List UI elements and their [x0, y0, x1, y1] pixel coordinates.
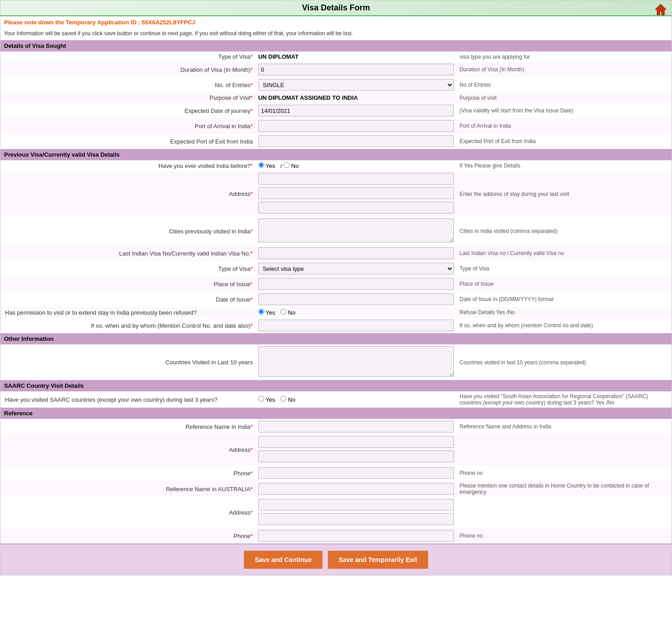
ref-aus-address-hint — [457, 497, 672, 528]
ref-india-phone-input-cell — [256, 465, 457, 481]
ref-india-address-inputs — [258, 436, 454, 464]
row-cities: Cities previously visited in India* Citi… — [0, 217, 672, 246]
countries-hint: Countries visited in last 10 years (comm… — [457, 344, 672, 380]
visa-type-select-cell: Select visa type TOURIST BUSINESS MEDICA… — [256, 261, 457, 276]
countries-textarea-cell — [256, 344, 457, 380]
saarc-radio-cell: Yes No — [256, 391, 457, 408]
refused-no-label: No — [280, 309, 295, 316]
row-control: If so, when and by whom (Mention Control… — [0, 318, 672, 333]
date-input-cell — [256, 103, 457, 118]
arrival-input[interactable] — [258, 120, 454, 132]
visited-no-radio[interactable] — [284, 162, 289, 168]
countries-textarea[interactable] — [258, 346, 454, 377]
type-of-visa-hint: visa type you are applying for — [457, 51, 672, 62]
refused-yes-radio[interactable] — [258, 309, 264, 315]
last-visa-input-cell — [256, 246, 457, 261]
place-issue-hint: Place of Issue — [457, 276, 672, 292]
visa-type-select[interactable]: Select visa type TOURIST BUSINESS MEDICA… — [258, 263, 454, 274]
ref-india-address-input-2[interactable] — [258, 451, 454, 462]
ref-aus-address-input-2[interactable] — [258, 513, 454, 525]
exit-input-cell — [256, 134, 457, 149]
save-exit-button[interactable]: Save and Temporarily Exit — [328, 551, 428, 569]
arrival-input-cell — [256, 118, 457, 134]
date-issue-input-cell — [256, 292, 457, 307]
visited-india-hint: If Yes Please give Details — [457, 160, 672, 171]
ref-india-phone-input[interactable] — [258, 467, 454, 479]
ref-aus-address-inputs — [258, 499, 454, 526]
address-label: Address* — [0, 171, 256, 217]
svg-marker-0 — [655, 4, 666, 15]
arrival-hint: Port of Arrival in India — [457, 118, 672, 134]
date-label: Expected Date of journey* — [0, 103, 256, 118]
duration-input[interactable] — [258, 64, 454, 75]
address-inputs-cell — [256, 171, 457, 217]
duration-hint: Duration of Visa (In Month) — [457, 62, 672, 77]
row-countries: Countries Visited in Last 10 years Count… — [0, 344, 672, 380]
row-address: Address* Enter the address of stay durin… — [0, 171, 672, 217]
row-last-visa: Last Indian Visa No/Currently valid Indi… — [0, 246, 672, 261]
ref-aus-phone-input-cell — [256, 528, 457, 543]
ref-aus-phone-hint: Phone no — [457, 528, 672, 543]
address-hint: Enter the address of stay during your la… — [457, 171, 672, 217]
ref-india-address-input-1[interactable] — [258, 436, 454, 448]
refused-hint: Refuse Details Yes /No — [457, 307, 672, 318]
saarc-yes-radio[interactable] — [258, 396, 264, 402]
ref-india-phone-label: Phone* — [0, 465, 256, 481]
place-issue-input[interactable] — [258, 278, 454, 290]
ref-india-name-hint: Reference Name and Address in India — [457, 419, 672, 434]
visa-type-hint: Type of Visa — [457, 261, 672, 276]
ref-aus-name-hint: Please mention one contact details in Ho… — [457, 481, 672, 497]
date-issue-input[interactable] — [258, 293, 454, 305]
row-refused: Has permission to visit or to extend sta… — [0, 307, 672, 318]
control-input-cell — [256, 318, 457, 333]
last-visa-hint: Last Indian Visa no / Currently valid Vi… — [457, 246, 672, 261]
visited-india-radio-group: Yes / No — [258, 162, 454, 169]
cities-textarea-cell — [256, 217, 457, 246]
cities-textarea[interactable] — [258, 218, 454, 242]
saarc-radio-group: Yes No — [258, 396, 454, 403]
visa-type-label: Type of Visa* — [0, 261, 256, 276]
date-issue-label: Date of Issue* — [0, 292, 256, 307]
control-hint: If so, when and by whom (mention Control… — [457, 318, 672, 333]
ref-india-name-input[interactable] — [258, 421, 454, 432]
temp-id-bar: Please note down the Temporary Applicati… — [0, 16, 672, 28]
visited-india-radio-cell: Yes / No — [256, 160, 457, 171]
row-visa-type: Type of Visa* Select visa type TOURIST B… — [0, 261, 672, 276]
address-input-2[interactable] — [258, 187, 454, 199]
exit-label: Expected Port of Exit from India — [0, 134, 256, 149]
other-info-table: Countries Visited in Last 10 years Count… — [0, 344, 672, 380]
save-continue-button[interactable]: Save and Continue — [244, 551, 322, 569]
saarc-no-label: No — [280, 396, 295, 403]
home-icon[interactable] — [654, 3, 667, 16]
saarc-no-radio[interactable] — [280, 396, 286, 402]
ref-india-address-label: Address* — [0, 434, 256, 465]
purpose-value: UN DIPLOMAT ASSIGNED TO INDIA — [256, 93, 457, 103]
ref-aus-address-input-1[interactable] — [258, 499, 454, 511]
refused-yes-label: Yes — [258, 309, 277, 316]
address-input-1[interactable] — [258, 173, 454, 185]
control-input[interactable] — [258, 320, 454, 331]
cities-label: Cities previously visited in India* — [0, 217, 256, 246]
last-visa-input[interactable] — [258, 247, 454, 259]
entries-label: No. of Entries* — [0, 77, 256, 93]
visited-yes-radio[interactable] — [258, 162, 264, 168]
row-date-issue: Date of Issue* Date of Issue in (DD/MM/Y… — [0, 292, 672, 307]
row-arrival: Port of Arrival in India* Port of Arriva… — [0, 118, 672, 134]
entries-select[interactable]: SINGLE DOUBLE MULTIPLE — [258, 79, 454, 91]
row-place-issue: Place of Issue* Place of Issue — [0, 276, 672, 292]
refused-no-radio[interactable] — [280, 309, 286, 315]
exit-input[interactable] — [258, 135, 454, 147]
cities-hint: Cities in India visited (comma separated… — [457, 217, 672, 246]
date-input[interactable] — [258, 105, 454, 116]
ref-aus-phone-label: Phone* — [0, 528, 256, 543]
section-header-other-info: Other Information — [0, 333, 672, 344]
temp-id-value: 55X6A252L8YFPCJ — [142, 19, 196, 26]
saarc-yes-label: Yes — [258, 396, 277, 403]
previous-visa-table: Have you ever visited India before?* Yes… — [0, 160, 672, 333]
ref-aus-name-input[interactable] — [258, 483, 454, 495]
entries-select-cell: SINGLE DOUBLE MULTIPLE — [256, 77, 457, 93]
ref-aus-address-inputs-cell — [256, 497, 457, 528]
ref-aus-phone-input[interactable] — [258, 530, 454, 542]
row-ref-india-address: Address* — [0, 434, 672, 465]
address-input-3[interactable] — [258, 202, 454, 214]
